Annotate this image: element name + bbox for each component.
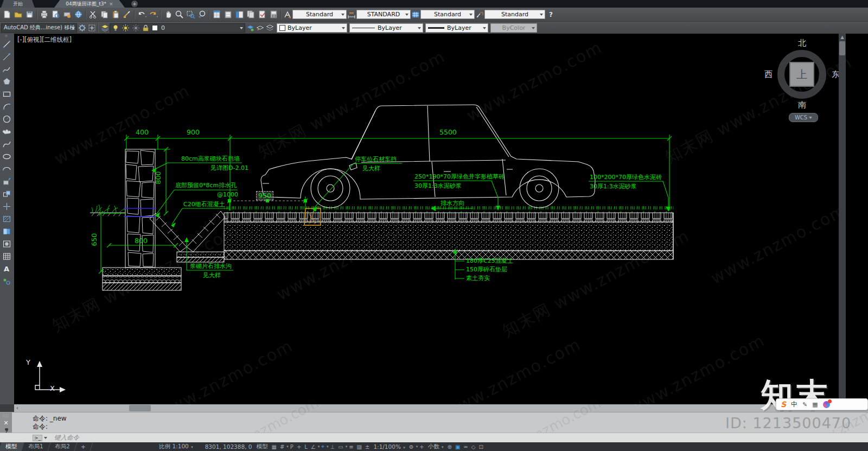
clean-screen-icon[interactable]: ⊡ [478, 444, 483, 450]
layer-states-icon[interactable] [265, 23, 275, 33]
scroll-left-icon[interactable]: ‹ [16, 404, 18, 412]
osnap-icon[interactable]: ⌖ [321, 443, 324, 450]
viewcube-top-face[interactable]: 上 [789, 62, 814, 87]
annotation-visibility-icon[interactable]: ▣ [455, 444, 460, 450]
insert-block-tool-icon[interactable] [0, 175, 13, 188]
viewcube[interactable]: 上 北 南 西 东 [767, 39, 837, 110]
command-prompt[interactable]: >_ [33, 434, 47, 441]
region-tool-icon[interactable] [0, 238, 13, 250]
sheet-set-manager-icon[interactable] [245, 9, 257, 20]
tab-active-drawing[interactable]: 04两垅田详图_t3* × [54, 0, 125, 8]
command-prompt-icon[interactable]: >_ [33, 435, 42, 441]
mleader-style-combo[interactable]: Standard [484, 10, 545, 19]
add-scale-icon[interactable]: + [419, 444, 424, 450]
gear-caret-icon[interactable]: ▾ [416, 444, 418, 449]
dim-950-selected[interactable]: 950 [256, 191, 273, 200]
rectangle-tool-icon[interactable] [0, 88, 13, 100]
command-input-row[interactable]: >_ 键入命令 [0, 433, 868, 443]
viewcube-south[interactable]: 南 [798, 100, 806, 110]
cut-icon[interactable] [87, 9, 99, 20]
paste-icon[interactable] [110, 9, 122, 20]
revcloud-tool-icon[interactable] [0, 125, 13, 138]
dynamic-input-toggle[interactable]: + [297, 444, 301, 450]
text-style-combo[interactable]: Standard [292, 10, 347, 19]
selection-cycling-icon[interactable]: ▭ [338, 444, 343, 450]
coordinates-readout[interactable]: 8301, 102388, 0 [205, 443, 252, 450]
osnap-caret-icon[interactable]: ▾ [327, 444, 329, 449]
command-grip-icon[interactable]: :::::::: [3, 414, 9, 418]
toolbar-grip[interactable]: ≡ [0, 34, 13, 38]
quickcalc-icon[interactable] [268, 9, 279, 20]
vertical-scroll-thumb[interactable] [839, 41, 845, 55]
layer-properties-icon[interactable] [100, 23, 110, 33]
open-file-icon[interactable] [12, 9, 24, 20]
ime-pen-icon[interactable]: ✎ [802, 401, 807, 408]
color-combo[interactable]: ByLayer [277, 23, 347, 33]
ime-keyboard-icon[interactable]: ▦ [812, 401, 818, 408]
copy-icon[interactable] [99, 9, 110, 20]
new-layout-button[interactable]: + [74, 442, 93, 451]
xline-tool-icon[interactable] [0, 50, 13, 63]
horizontal-scrollbar[interactable]: ‹ › [0, 404, 868, 412]
polyline-tool-icon[interactable] [0, 63, 13, 75]
circle-tool-icon[interactable] [0, 113, 13, 125]
layer-combo[interactable]: 0 [110, 23, 245, 33]
table-tool-icon[interactable] [0, 250, 13, 263]
wcs-dropdown[interactable]: WCS [789, 113, 818, 122]
workspace-switch-icon[interactable]: = [463, 444, 468, 450]
lineweight-display-icon[interactable]: ≡ [349, 444, 353, 450]
undo-icon[interactable] [136, 9, 148, 20]
plot-icon[interactable] [39, 9, 50, 20]
crosshair-icon[interactable]: ⊕ [447, 444, 451, 450]
tool-palettes-icon[interactable] [234, 9, 245, 20]
help-icon[interactable]: ? [545, 9, 557, 20]
zoom-window-icon[interactable] [185, 9, 196, 20]
tab-layout1[interactable]: 布局1 [21, 442, 50, 451]
lineweight-combo[interactable]: ByLayer [425, 23, 488, 33]
match-properties-icon[interactable] [122, 9, 133, 20]
tab-layout2[interactable]: 布局2 [48, 442, 77, 451]
close-tab-icon[interactable]: × [109, 1, 113, 7]
snap-caret-icon[interactable]: ▾ [286, 444, 289, 449]
otrack-icon[interactable]: ⊥ [330, 444, 335, 450]
mtext-tool-icon[interactable]: A [0, 263, 13, 275]
make-object-layer-icon[interactable] [245, 23, 255, 33]
new-file-icon[interactable] [1, 9, 12, 20]
scroll-up-icon[interactable]: ▲ [839, 34, 846, 41]
dynamic-ucs-icon[interactable]: ± [365, 444, 369, 450]
vertical-scrollbar[interactable]: ▲ ▼ [839, 34, 846, 404]
transparency-icon[interactable]: ▨ [357, 444, 362, 450]
polar-tracking-icon[interactable]: ∠ [311, 444, 316, 450]
spline-tool-icon[interactable] [0, 138, 13, 150]
designcenter-icon[interactable] [222, 9, 234, 20]
ime-language-toggle[interactable]: 中 [791, 400, 797, 409]
point-tool-icon[interactable] [0, 200, 13, 213]
ellipse-tool-icon[interactable] [0, 150, 13, 163]
command-input[interactable]: 键入命令 [54, 434, 79, 442]
viewcube-west[interactable]: 西 [764, 69, 773, 80]
gradient-tool-icon[interactable] [0, 225, 13, 238]
model-space-toggle[interactable]: 模型 [257, 443, 268, 450]
make-block-tool-icon[interactable] [0, 188, 13, 200]
markup-icon[interactable] [257, 9, 268, 20]
ime-skin-palette-icon[interactable] [823, 401, 830, 408]
ortho-toggle[interactable]: L [304, 444, 308, 450]
viewport-controls-label[interactable]: [-][俯视][二维线框] [17, 36, 72, 44]
tab-model[interactable]: 模型 [0, 442, 24, 451]
plot-preview-icon[interactable] [50, 9, 61, 20]
etransmit-globe-icon[interactable] [73, 9, 84, 20]
viewcube-north[interactable]: 北 [798, 38, 806, 48]
new-tab-button[interactable]: + [131, 1, 138, 7]
save-icon[interactable] [24, 9, 35, 20]
grid-toggle-icon[interactable]: ▦ [272, 444, 277, 450]
ellipse-arc-tool-icon[interactable] [0, 163, 13, 175]
polar-toggle[interactable]: P [290, 444, 293, 450]
pan-icon[interactable] [162, 9, 174, 20]
workspace-settings-gear-icon[interactable] [77, 23, 87, 33]
move-gizmo-icon[interactable] [87, 23, 97, 33]
zoom-previous-icon[interactable] [196, 9, 208, 20]
tab-start[interactable]: 开始 [1, 0, 35, 8]
workspace-combo[interactable]: AutoCAD 经典...inese) 移植 [1, 23, 77, 33]
drawing-canvas[interactable]: www.znzmo.com 知末网 www.znzmo.com www.znzm… [14, 34, 868, 404]
redo-icon[interactable] [148, 9, 159, 20]
